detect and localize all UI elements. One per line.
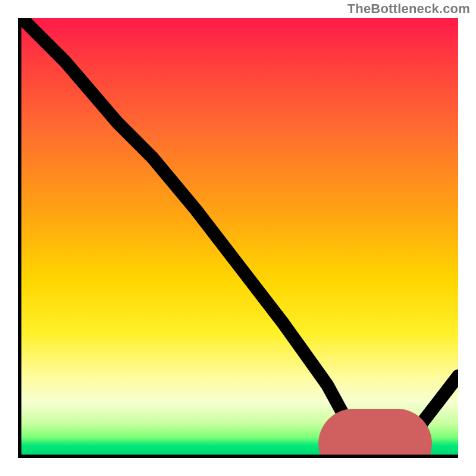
source-label: TheBottleneck.com bbox=[347, 1, 470, 17]
bottleneck-curve bbox=[21, 18, 458, 450]
plot-svg bbox=[21, 18, 458, 455]
plot-frame bbox=[18, 18, 458, 458]
chart-container: TheBottleneck.com bbox=[0, 0, 476, 476]
